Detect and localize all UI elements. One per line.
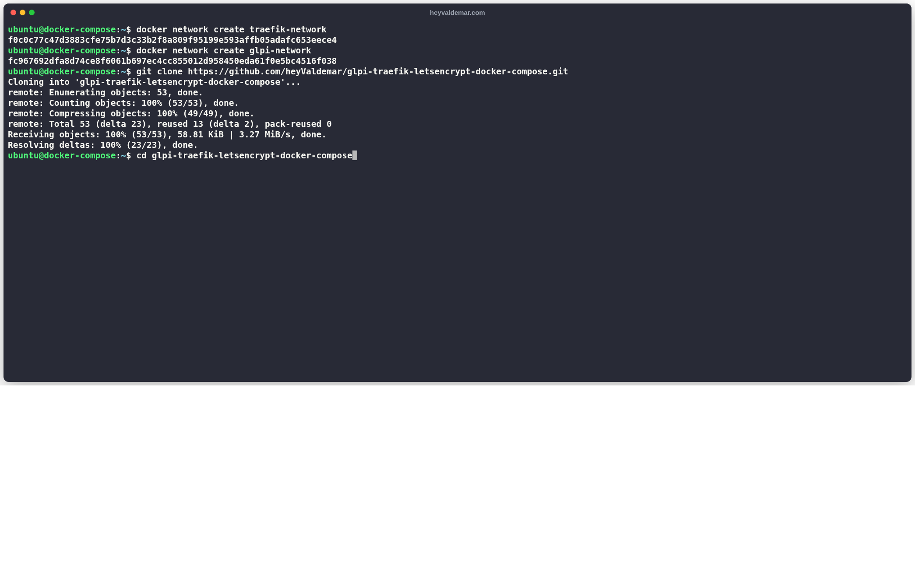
output-text: fc967692dfa8d74ce8f6061b697ec4cc855012d9…	[8, 56, 337, 66]
prompt-user: ubuntu	[8, 150, 39, 161]
output-text: remote: Total 53 (delta 23), reused 13 (…	[8, 119, 332, 129]
command-text: docker network create traefik-network	[131, 24, 327, 35]
prompt-user: ubuntu	[8, 24, 39, 35]
terminal-line: f0c0c77c47d3883cfe75b7d3c33b2f8a809f9519…	[8, 35, 907, 46]
terminal-line: remote: Enumerating objects: 53, done.	[8, 88, 907, 98]
close-button[interactable]	[11, 10, 16, 15]
prompt-host: docker-compose	[44, 46, 116, 56]
terminal-line: ubuntu@docker-compose:~$ docker network …	[8, 24, 907, 35]
cursor	[352, 150, 357, 160]
terminal-line: ubuntu@docker-compose:~$ cd glpi-traefik…	[8, 150, 907, 161]
prompt-dollar: $	[126, 66, 131, 77]
prompt-at: @	[39, 46, 44, 56]
terminal-line: Resolving deltas: 100% (23/23), done.	[8, 140, 907, 150]
terminal-line: remote: Total 53 (delta 23), reused 13 (…	[8, 119, 907, 130]
prompt-user: ubuntu	[8, 66, 39, 77]
output-text: f0c0c77c47d3883cfe75b7d3c33b2f8a809f9519…	[8, 35, 337, 45]
output-text: Resolving deltas: 100% (23/23), done.	[8, 140, 198, 150]
terminal-line: remote: Compressing objects: 100% (49/49…	[8, 108, 907, 119]
prompt-path: ~	[121, 66, 126, 77]
command-text: git clone https://github.com/heyValdemar…	[131, 66, 568, 77]
window-title: heyvaldemar.com	[11, 9, 904, 16]
output-text: remote: Enumerating objects: 53, done.	[8, 88, 203, 98]
prompt-path: ~	[121, 150, 126, 161]
terminal-content[interactable]: ubuntu@docker-compose:~$ docker network …	[4, 21, 911, 382]
terminal-line: remote: Counting objects: 100% (53/53), …	[8, 98, 907, 108]
prompt-host: docker-compose	[44, 150, 116, 161]
command-text: cd glpi-traefik-letsencrypt-docker-compo…	[131, 150, 352, 161]
prompt-at: @	[39, 66, 44, 77]
prompt-colon: :	[116, 46, 121, 56]
maximize-button[interactable]	[29, 10, 35, 15]
output-text: remote: Counting objects: 100% (53/53), …	[8, 98, 239, 108]
prompt-path: ~	[121, 46, 126, 56]
minimize-button[interactable]	[20, 10, 25, 15]
terminal-line: ubuntu@docker-compose:~$ git clone https…	[8, 66, 907, 77]
prompt-path: ~	[121, 24, 126, 35]
prompt-at: @	[39, 24, 44, 35]
terminal-line: Receiving objects: 100% (53/53), 58.81 K…	[8, 130, 907, 140]
titlebar: heyvaldemar.com	[4, 4, 911, 21]
terminal-line: ubuntu@docker-compose:~$ docker network …	[8, 46, 907, 56]
prompt-dollar: $	[126, 46, 131, 56]
prompt-user: ubuntu	[8, 46, 39, 56]
prompt-colon: :	[116, 66, 121, 77]
traffic-lights	[11, 10, 35, 15]
prompt-host: docker-compose	[44, 66, 116, 77]
prompt-dollar: $	[126, 24, 131, 35]
prompt-colon: :	[116, 150, 121, 161]
prompt-at: @	[39, 150, 44, 161]
prompt-colon: :	[116, 24, 121, 35]
terminal-line: Cloning into 'glpi-traefik-letsencrypt-d…	[8, 77, 907, 88]
terminal-line: fc967692dfa8d74ce8f6061b697ec4cc855012d9…	[8, 56, 907, 66]
output-text: Cloning into 'glpi-traefik-letsencrypt-d…	[8, 77, 301, 87]
output-text: Receiving objects: 100% (53/53), 58.81 K…	[8, 130, 327, 140]
prompt-dollar: $	[126, 150, 131, 161]
command-text: docker network create glpi-network	[131, 46, 311, 56]
terminal-window: heyvaldemar.com ubuntu@docker-compose:~$…	[4, 4, 911, 382]
prompt-host: docker-compose	[44, 24, 116, 35]
output-text: remote: Compressing objects: 100% (49/49…	[8, 108, 255, 119]
